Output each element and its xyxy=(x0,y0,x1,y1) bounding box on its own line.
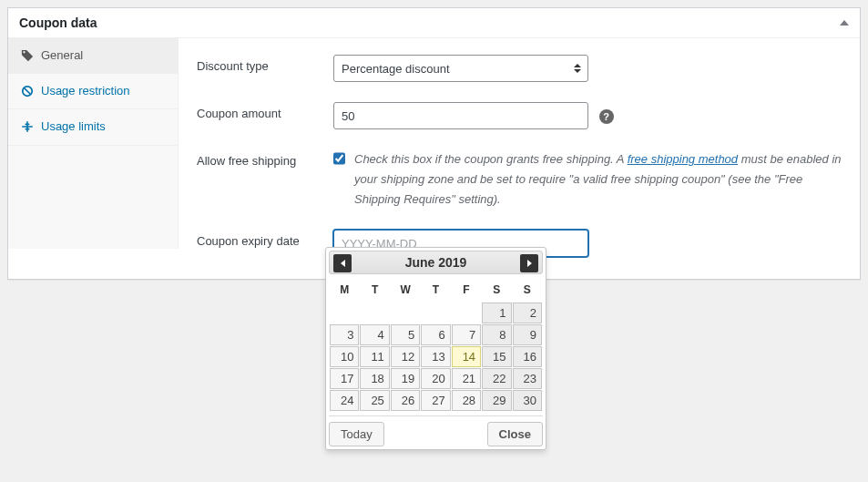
datepicker-calendar: MTWTFSS 12345678910111213141516171819202… xyxy=(329,277,543,412)
datepicker-day-cell: 30 xyxy=(513,390,542,411)
datepicker-day[interactable]: 3 xyxy=(330,324,359,345)
datepicker-day-cell: 28 xyxy=(452,390,481,411)
tab-content-general: Discount type Percentage discount Coupon… xyxy=(179,38,860,279)
datepicker-day-cell: 27 xyxy=(421,390,450,411)
ban-icon xyxy=(19,85,36,97)
datepicker-day-cell: 21 xyxy=(452,368,481,389)
datepicker-day[interactable]: 23 xyxy=(513,368,542,389)
datepicker-week: 3456789 xyxy=(330,324,542,345)
panel-title: Coupon data xyxy=(19,15,97,30)
datepicker-day-cell: 18 xyxy=(360,368,389,389)
datepicker-day[interactable]: 11 xyxy=(360,346,389,367)
row-coupon-amount: Coupon amount ? xyxy=(197,102,842,129)
tab-usage-restriction[interactable]: Usage restriction xyxy=(8,74,178,109)
free-shipping-checkbox[interactable] xyxy=(333,151,345,166)
datepicker-day[interactable]: 27 xyxy=(421,390,450,411)
datepicker-day[interactable]: 26 xyxy=(391,390,420,411)
free-shipping-link[interactable]: free shipping method xyxy=(628,152,738,166)
tab-label: Usage limits xyxy=(41,118,106,135)
datepicker-day[interactable]: 2 xyxy=(513,303,542,323)
datepicker-day-cell: 23 xyxy=(513,368,542,389)
datepicker-day[interactable]: 17 xyxy=(330,368,359,389)
datepicker-day[interactable]: 8 xyxy=(482,324,511,345)
chevron-right-icon xyxy=(527,260,532,267)
datepicker-blank-cell xyxy=(360,303,389,323)
datepicker-prev-button[interactable] xyxy=(333,254,352,272)
datepicker-day-cell: 10 xyxy=(330,346,359,367)
datepicker-day[interactable]: 10 xyxy=(330,346,359,367)
row-discount-type: Discount type Percentage discount xyxy=(197,55,842,82)
datepicker-blank-cell xyxy=(421,303,450,323)
datepicker-day-cell: 29 xyxy=(482,390,511,411)
datepicker-day[interactable]: 24 xyxy=(330,390,359,411)
datepicker-day[interactable]: 6 xyxy=(421,324,450,345)
datepicker-week: 12 xyxy=(330,303,542,323)
datepicker-day-cell: 17 xyxy=(330,368,359,389)
datepicker-day[interactable]: 28 xyxy=(452,390,481,411)
datepicker-day[interactable]: 19 xyxy=(391,368,420,389)
datepicker-day[interactable]: 29 xyxy=(482,390,511,411)
tab-general[interactable]: General xyxy=(8,38,178,74)
datepicker-day[interactable]: 25 xyxy=(360,390,389,411)
datepicker-day[interactable]: 18 xyxy=(360,368,389,389)
datepicker-day[interactable]: 20 xyxy=(421,368,450,389)
datepicker-day-cell: 19 xyxy=(391,368,420,389)
tab-label: General xyxy=(41,47,83,64)
chevron-left-icon xyxy=(341,260,345,267)
datepicker-header: June 2019 xyxy=(329,251,543,274)
datepicker-day[interactable]: 21 xyxy=(452,368,481,389)
panel-body: General Usage restriction Usage limits D… xyxy=(8,38,860,279)
datepicker-day[interactable]: 30 xyxy=(513,390,542,411)
datepicker-day-header: T xyxy=(360,278,389,302)
datepicker-close-button[interactable]: Close xyxy=(487,422,543,446)
datepicker-day-cell: 11 xyxy=(360,346,389,367)
datepicker-next-button[interactable] xyxy=(520,254,538,272)
tab-usage-limits[interactable]: Usage limits xyxy=(8,109,178,145)
free-shipping-text-pre: Check this box if the coupon grants free… xyxy=(354,152,628,166)
datepicker-day[interactable]: 13 xyxy=(421,346,450,367)
datepicker-day[interactable]: 22 xyxy=(482,368,511,389)
datepicker-day-cell: 24 xyxy=(330,390,359,411)
collapse-icon[interactable] xyxy=(840,20,849,26)
datepicker-day[interactable]: 14 xyxy=(452,346,481,367)
coupon-data-panel: Coupon data General Usage restriction xyxy=(7,7,861,280)
tag-icon xyxy=(19,49,36,62)
label-coupon-amount: Coupon amount xyxy=(197,102,333,120)
datepicker-day[interactable]: 9 xyxy=(513,324,542,345)
datepicker-week: 10111213141516 xyxy=(330,346,542,367)
datepicker-title: June 2019 xyxy=(405,255,467,270)
datepicker-day-cell: 9 xyxy=(513,324,542,345)
datepicker-day[interactable]: 12 xyxy=(391,346,420,367)
datepicker-day-header: S xyxy=(482,278,511,302)
discount-type-select[interactable]: Percentage discount xyxy=(333,55,588,82)
label-expiry: Coupon expiry date xyxy=(197,230,333,248)
row-free-shipping: Allow free shipping Check this box if th… xyxy=(197,149,842,210)
sliders-icon xyxy=(19,120,36,133)
tab-label: Usage restriction xyxy=(41,83,130,99)
help-icon[interactable]: ? xyxy=(599,109,614,124)
datepicker-day-cell: 14 xyxy=(452,346,481,367)
datepicker-footer: Today Close xyxy=(329,415,543,446)
datepicker-day[interactable]: 15 xyxy=(482,346,511,367)
datepicker-day-header: F xyxy=(452,278,481,302)
datepicker-day[interactable]: 16 xyxy=(513,346,542,367)
datepicker-blank-cell xyxy=(452,303,481,323)
datepicker-today-button[interactable]: Today xyxy=(329,422,384,446)
datepicker-week: 24252627282930 xyxy=(330,390,542,411)
datepicker-day-cell: 5 xyxy=(391,324,420,345)
datepicker-week: 17181920212223 xyxy=(330,368,542,389)
datepicker-day-cell: 4 xyxy=(360,324,389,345)
datepicker-day-cell: 1 xyxy=(482,303,511,323)
datepicker-day[interactable]: 7 xyxy=(452,324,481,345)
datepicker-day[interactable]: 1 xyxy=(482,303,511,323)
datepicker-day-cell: 15 xyxy=(482,346,511,367)
coupon-amount-input[interactable] xyxy=(333,102,588,129)
label-free-shipping: Allow free shipping xyxy=(197,149,333,168)
tabs: General Usage restriction Usage limits xyxy=(8,38,179,249)
datepicker-day-cell: 26 xyxy=(391,390,420,411)
datepicker-day[interactable]: 4 xyxy=(360,324,389,345)
datepicker-day-cell: 22 xyxy=(482,368,511,389)
datepicker-body: 1234567891011121314151617181920212223242… xyxy=(330,303,542,411)
datepicker-day-cell: 8 xyxy=(482,324,511,345)
datepicker-day[interactable]: 5 xyxy=(391,324,420,345)
